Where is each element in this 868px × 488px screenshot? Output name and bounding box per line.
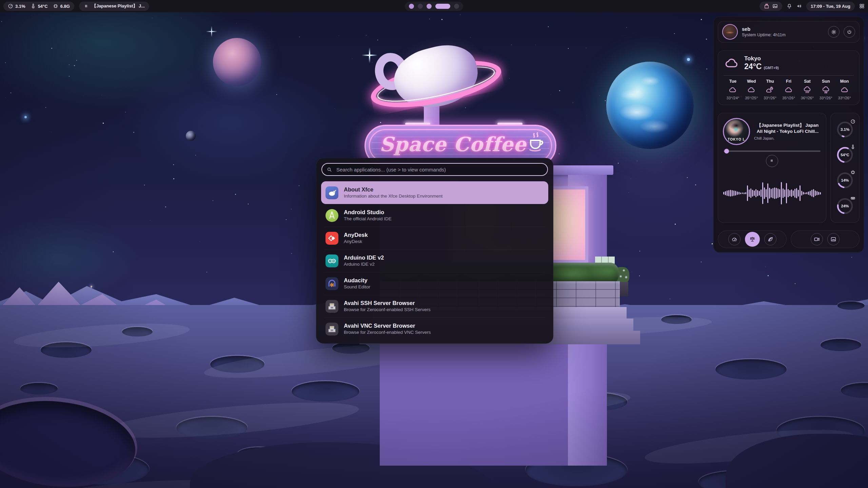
avahi-app-icon: [326, 300, 338, 313]
waveform-bar: [779, 189, 780, 197]
day-temperatures: 33°/26°: [764, 96, 776, 100]
star: [173, 164, 174, 165]
waveform-bar: [762, 182, 763, 204]
workspace-dot-4[interactable]: [435, 4, 450, 9]
waveform-bar: [806, 192, 807, 194]
bright-star: [24, 116, 27, 118]
pause-icon: [83, 3, 89, 9]
crater: [837, 302, 865, 310]
star: [706, 68, 707, 69]
waveform-bar: [810, 191, 811, 196]
waveform-bar: [761, 189, 762, 197]
cloud-icon: [840, 86, 849, 94]
waveform-bar: [816, 191, 817, 195]
pause-icon: [769, 158, 775, 164]
star: [165, 206, 166, 207]
star: [299, 185, 299, 186]
settings-button[interactable]: [828, 26, 840, 38]
waveform-bar: [728, 190, 729, 196]
workspace-indicator[interactable]: [405, 2, 463, 11]
workspace-dot-1[interactable]: [409, 4, 414, 9]
forecast-day-mon: Mon 33°/26°: [835, 79, 854, 100]
workspace-dot-3[interactable]: [427, 4, 432, 9]
waveform-bar: [742, 192, 743, 194]
progress-knob[interactable]: [724, 149, 729, 154]
day-temperatures: 33°/24°: [726, 96, 739, 100]
thermometer-icon: [31, 3, 36, 9]
crater: [292, 381, 359, 402]
day-label: Sat: [804, 79, 810, 84]
balanced-mode-button[interactable]: [745, 232, 760, 247]
app-description: Browse for Zeroconf-enabled VNC Servers: [344, 330, 431, 336]
star: [670, 299, 670, 299]
star: [195, 155, 196, 156]
system-tray-pill[interactable]: [760, 2, 782, 11]
track-progress-slider[interactable]: [724, 150, 821, 152]
waveform-bar: [766, 189, 767, 197]
star: [366, 35, 367, 36]
waveform-bar: [796, 188, 797, 198]
app-title: Avahi VNC Server Browser: [344, 322, 431, 329]
network-icon[interactable]: [764, 3, 769, 9]
app-title: Android Studio: [344, 209, 392, 216]
search-icon: [327, 167, 332, 172]
media-player-pill[interactable]: 【Japanese Playlist】 J...: [79, 2, 149, 11]
star: [1, 253, 2, 253]
app-item-avahi-ssh-server-browser[interactable]: Avahi SSH Server Browser Browse for Zero…: [321, 295, 548, 318]
waveform-bar: [774, 187, 775, 199]
system-gauges: 3.1% 54°C 14% 24%: [830, 113, 860, 223]
capture-tools: [791, 230, 860, 248]
star: [675, 224, 676, 225]
app-grid-icon[interactable]: [859, 3, 865, 9]
volume-speaker-icon[interactable]: [796, 3, 802, 9]
app-item-anydesk[interactable]: AnyDesk AnyDesk: [321, 227, 548, 249]
temperature-gauge: 54°C: [836, 146, 854, 164]
waveform-bar: [784, 189, 785, 197]
day-temperatures: 35°/25°: [745, 96, 758, 100]
star: [5, 98, 6, 98]
waveform-bar: [725, 191, 726, 195]
star: [144, 185, 145, 185]
waveform-bar: [815, 190, 816, 196]
waveform-bar: [749, 189, 750, 197]
search-input[interactable]: [336, 166, 543, 173]
screenshot-button[interactable]: [827, 233, 840, 245]
search-bar[interactable]: [321, 163, 548, 176]
day-label: Tue: [729, 79, 736, 84]
powersave-mode-button[interactable]: [764, 233, 776, 245]
stat-value: 3.1%: [15, 4, 25, 9]
weather-city: Tokyo: [744, 55, 779, 62]
performance-mode-button[interactable]: [728, 233, 741, 245]
weather-forecast: Tue 33°/24° Wed 35°/25° Thu 33°/26° Fri …: [724, 79, 854, 100]
workspace-dot-5[interactable]: [454, 4, 459, 9]
system-stats-pill[interactable]: 3.1% 54°C 6.8G: [3, 2, 74, 11]
crater: [821, 339, 861, 351]
wallpaper-icon[interactable]: [772, 3, 778, 9]
waveform-bar: [798, 190, 799, 197]
app-item-arduino-ide-v2[interactable]: Arduino IDE v2 Arduino IDE v2: [321, 249, 548, 272]
widget-panel: seb System Uptime: 4h11m Tokyo 24°C (GMT…: [713, 17, 864, 252]
waveform-bar: [811, 190, 812, 197]
app-item-android-studio[interactable]: Android Studio The official Android IDE: [321, 204, 548, 227]
sun-cloud-icon: [766, 86, 774, 94]
power-button[interactable]: [844, 26, 855, 38]
weather-condition-icon: [724, 56, 740, 70]
app-item-about-xfce[interactable]: About Xfce Information about the Xfce De…: [321, 181, 548, 204]
screen-record-button[interactable]: [811, 233, 823, 245]
stat-gauge-icon: 3.1%: [8, 3, 25, 9]
divider: [724, 75, 854, 76]
star: [1, 21, 2, 22]
app-item-avahi-vnc-server-browser[interactable]: Avahi VNC Server Browser Browse for Zero…: [321, 318, 548, 340]
stat-value: 54°C: [38, 4, 48, 9]
waveform-bar: [808, 191, 809, 195]
pause-button[interactable]: [766, 155, 778, 167]
workspace-dot-2[interactable]: [418, 4, 423, 9]
notifications-bell-icon[interactable]: [787, 3, 792, 9]
app-item-audacity[interactable]: Audacity Sound Editor: [321, 272, 548, 295]
app-title: About Xfce: [344, 186, 442, 193]
day-label: Thu: [766, 79, 774, 84]
waveform-bar: [744, 192, 745, 194]
clock[interactable]: 17:09 - Tue, 19 Aug: [806, 2, 855, 11]
waveform-bar: [755, 189, 756, 197]
app-title: Audacity: [344, 277, 370, 284]
